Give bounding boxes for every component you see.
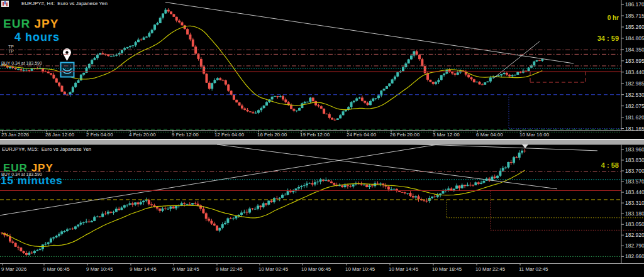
candle-body: [377, 183, 379, 183]
candle-body: [227, 85, 230, 91]
candle-body: [317, 106, 319, 107]
candle-body: [186, 29, 189, 35]
candle-body: [240, 212, 243, 214]
price-axis-label: 182.790: [625, 242, 644, 249]
candle-body: [436, 195, 439, 197]
candle-body: [410, 55, 413, 59]
candle-body: [60, 231, 63, 234]
candle-body: [515, 157, 518, 158]
charts-canvas[interactable]: TPTPBUY 0.34 at 183.590186.170185.715185…: [0, 0, 644, 277]
candle-body: [145, 200, 147, 201]
candle-body: [451, 72, 453, 73]
candle-body: [464, 185, 466, 186]
candle-body: [214, 80, 216, 83]
candle-body: [375, 98, 377, 99]
candle-body: [473, 79, 475, 82]
trendline[interactable]: [0, 143, 448, 215]
candle-body: [28, 70, 30, 71]
candle-body: [23, 251, 25, 253]
candle-body: [221, 224, 224, 228]
candle-body: [518, 153, 521, 158]
chart-panel-m15[interactable]: BUY 0.34 at 183.590183.960183.830183.700…: [0, 143, 644, 272]
candle-body: [390, 189, 392, 190]
pin-marker-icon[interactable]: [63, 48, 71, 61]
candle-body: [477, 182, 480, 183]
candle-body: [369, 101, 372, 105]
candle-body: [336, 118, 339, 119]
candle-body: [541, 59, 543, 61]
candle-body: [241, 106, 243, 109]
candle-body: [433, 197, 436, 197]
candle-body: [17, 247, 19, 247]
time-axis-label: 10 Mar 22:45: [475, 266, 506, 272]
candle-body: [255, 113, 257, 114]
price-axis-label: 183.830: [625, 157, 644, 163]
price-axis-label: 183.570: [625, 178, 644, 185]
price-axis-label: 182.660: [625, 253, 644, 259]
candle-body: [205, 213, 208, 219]
chart-objects[interactable]: [61, 48, 74, 77]
candle-body: [58, 234, 60, 236]
price-axis-label: 181.165: [625, 126, 644, 132]
candle-body: [158, 209, 161, 211]
candle-timer-h4: 0 hr 34 : 59: [597, 1, 619, 56]
candle-body: [23, 70, 25, 71]
candle-body: [333, 183, 335, 185]
candle-body: [219, 78, 221, 80]
time-axis-label: 9 Mar 14:45: [130, 266, 157, 272]
candle-body: [148, 33, 150, 37]
panel-separator[interactable]: [0, 139, 644, 140]
candle-body: [304, 102, 306, 103]
candle-body: [230, 218, 232, 219]
time-axis-label: 16 Feb 20:00: [257, 132, 287, 138]
candle-body: [64, 92, 66, 95]
price-axis-label: 183.960: [625, 146, 644, 153]
candle-body: [262, 204, 265, 207]
tp-label: TP: [8, 45, 14, 49]
time-axis-label: 10 Mar 14:45: [389, 266, 419, 272]
candle-body: [279, 198, 281, 198]
triangle-marker[interactable]: [522, 144, 528, 148]
candle-body: [11, 67, 14, 68]
candle-body: [287, 191, 289, 195]
time-axis-label: 9 Feb 12:00: [172, 132, 199, 138]
candle-body: [186, 204, 188, 205]
candle-body: [251, 209, 253, 209]
candle-body: [200, 59, 203, 67]
trendline[interactable]: [217, 144, 557, 189]
price-axis-label: 183.440: [625, 189, 644, 195]
tp-label: TP: [8, 49, 14, 53]
plot-area-h4[interactable]: [1, 3, 574, 121]
candle-body: [150, 204, 153, 205]
chart-titlebar-h4: EURJPY#, H4: Euro vs Japanese Yen: [1, 1, 108, 7]
candle-body: [104, 54, 107, 55]
candle-body: [9, 67, 11, 68]
candle-body: [325, 180, 327, 181]
candle-body: [109, 212, 112, 213]
candle-body: [162, 13, 164, 18]
candle-body: [85, 222, 87, 222]
candle-body: [252, 112, 254, 114]
candle-body: [60, 86, 63, 92]
time-axis-label: 19 Feb 12:00: [300, 132, 330, 138]
candle-body: [72, 229, 74, 229]
candle-body: [126, 47, 129, 48]
candle-body: [450, 188, 452, 190]
candle-body: [164, 209, 167, 209]
candle-body: [206, 73, 208, 82]
candle-body: [383, 89, 386, 91]
time-axis-label: 9 Mar 10:45: [86, 266, 113, 272]
candle-body: [123, 205, 126, 208]
candle-body: [538, 60, 541, 61]
candle-body: [281, 195, 284, 198]
candle-body: [254, 209, 257, 210]
candle-body: [404, 192, 406, 193]
price-axis-label: 183.700: [625, 168, 644, 174]
candle-body: [325, 114, 328, 114]
candle-body: [74, 226, 77, 229]
candle-body: [131, 45, 134, 46]
chart-panel-h4[interactable]: TPTPBUY 0.34 at 183.590186.170185.715185…: [0, 0, 644, 138]
panel-separator-bar[interactable]: [0, 140, 644, 144]
smiley-icon[interactable]: [61, 63, 74, 77]
candles-layer: [1, 8, 543, 121]
